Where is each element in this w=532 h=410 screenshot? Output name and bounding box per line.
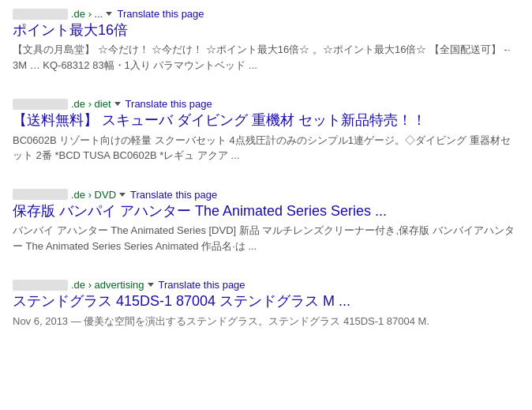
dropdown-arrow-icon[interactable] bbox=[148, 283, 154, 287]
result-snippet: Nov 6, 2013 — 優美な空間を演出するステンドグラス。ステンドグラス … bbox=[13, 314, 519, 329]
result-title[interactable]: ポイント最大16倍 bbox=[13, 21, 519, 39]
result-block-4: .de › advertisingTranslate this pageステンド… bbox=[13, 279, 519, 335]
result-url-row: .de › DVDTranslate this page bbox=[13, 189, 519, 201]
result-domain-placeholder bbox=[13, 280, 68, 291]
result-path: .de › ... bbox=[71, 8, 103, 20]
result-path: .de › diet bbox=[71, 98, 111, 110]
result-url-row: .de › advertisingTranslate this page bbox=[13, 279, 519, 291]
result-block-2: .de › dietTranslate this page【送料無料】 スキュー… bbox=[13, 98, 519, 169]
result-title[interactable]: 保存版 バンパイ アハンター The Animated Series Serie… bbox=[13, 202, 519, 220]
search-results: .de › ...Translate this pageポイント最大16倍【文具… bbox=[13, 8, 519, 335]
translate-link[interactable]: Translate this page bbox=[126, 98, 212, 110]
result-snippet: BC0602B リゾート向けの軽量 スクーバセット 4点残圧計のみのシンプル1連… bbox=[13, 133, 519, 164]
result-snippet: バンバイ アハンター The Animated Series [DVD] 新品 … bbox=[13, 223, 519, 254]
result-domain-placeholder bbox=[13, 9, 68, 20]
translate-link[interactable]: Translate this page bbox=[159, 279, 245, 291]
dropdown-arrow-icon[interactable] bbox=[106, 12, 112, 16]
translate-link[interactable]: Translate this page bbox=[130, 189, 217, 201]
translate-link[interactable]: Translate this page bbox=[117, 8, 204, 20]
result-block-3: .de › DVDTranslate this page保存版 バンパイ アハン… bbox=[13, 189, 519, 260]
result-url-row: .de › dietTranslate this page bbox=[13, 98, 519, 110]
result-path: .de › advertising bbox=[71, 279, 144, 291]
result-domain-placeholder bbox=[13, 189, 68, 200]
result-path: .de › DVD bbox=[71, 189, 116, 201]
dropdown-arrow-icon[interactable] bbox=[119, 193, 126, 197]
result-url-row: .de › ...Translate this page bbox=[13, 8, 519, 20]
result-domain-placeholder bbox=[13, 99, 68, 110]
result-snippet: 【文具の月島堂】 ☆今だけ！ ☆今だけ！ ☆ポイント最大16倍☆ 。☆ポイント最… bbox=[13, 42, 519, 73]
result-title[interactable]: ステンドグラス 415DS-1 87004 ステンドグラス M ... bbox=[13, 292, 519, 310]
result-date: Nov 6, 2013 — 優美な空間を演出するステンドグラス。ステンドグラス … bbox=[13, 315, 429, 327]
result-block-1: .de › ...Translate this pageポイント最大16倍【文具… bbox=[13, 8, 519, 79]
dropdown-arrow-icon[interactable] bbox=[114, 102, 121, 106]
result-title[interactable]: 【送料無料】 スキューバ ダイビング 重機材 セット新品特売！！ bbox=[13, 111, 519, 130]
